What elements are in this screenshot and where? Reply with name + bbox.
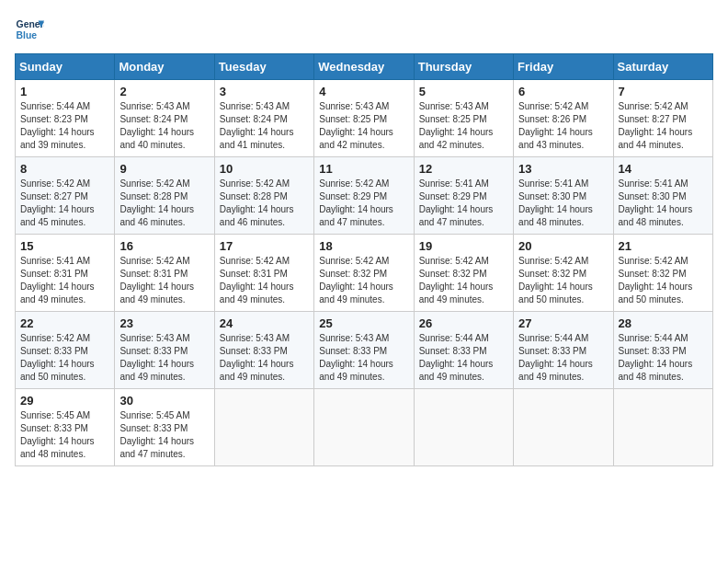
day-info: Sunrise: 5:45 AMSunset: 8:33 PMDaylight:… (119, 409, 209, 461)
calendar-table: SundayMondayTuesdayWednesdayThursdayFrid… (15, 53, 713, 466)
calendar-cell: 17Sunrise: 5:42 AMSunset: 8:31 PMDayligh… (214, 235, 313, 312)
calendar-cell: 24Sunrise: 5:43 AMSunset: 8:33 PMDayligh… (214, 312, 313, 389)
day-number: 22 (20, 316, 109, 330)
day-number: 20 (518, 239, 608, 253)
day-number: 15 (20, 239, 109, 253)
day-number: 30 (119, 394, 209, 408)
day-info: Sunrise: 5:44 AMSunset: 8:33 PMDaylight:… (419, 332, 508, 384)
day-number: 14 (619, 162, 708, 176)
calendar-cell: 13Sunrise: 5:41 AMSunset: 8:30 PMDayligh… (514, 157, 613, 235)
day-info: Sunrise: 5:41 AMSunset: 8:30 PMDaylight:… (518, 178, 608, 229)
day-info: Sunrise: 5:43 AMSunset: 8:25 PMDaylight:… (419, 100, 508, 152)
calendar-cell: 27Sunrise: 5:44 AMSunset: 8:33 PMDayligh… (514, 312, 613, 389)
day-info: Sunrise: 5:43 AMSunset: 8:33 PMDaylight:… (119, 332, 209, 384)
calendar-cell: 14Sunrise: 5:41 AMSunset: 8:30 PMDayligh… (613, 157, 712, 235)
day-info: Sunrise: 5:42 AMSunset: 8:28 PMDaylight:… (119, 178, 209, 229)
day-number: 12 (419, 162, 508, 176)
weekday-header-thursday: Thursday (414, 54, 513, 80)
calendar-cell: 4Sunrise: 5:43 AMSunset: 8:25 PMDaylight… (314, 80, 414, 157)
weekday-header-monday: Monday (115, 54, 214, 80)
calendar-cell: 25Sunrise: 5:43 AMSunset: 8:33 PMDayligh… (314, 312, 414, 389)
day-info: Sunrise: 5:42 AMSunset: 8:32 PMDaylight:… (619, 255, 708, 306)
day-info: Sunrise: 5:41 AMSunset: 8:29 PMDaylight:… (419, 178, 508, 229)
weekday-header-friday: Friday (514, 54, 613, 80)
day-info: Sunrise: 5:42 AMSunset: 8:27 PMDaylight:… (20, 178, 109, 229)
day-info: Sunrise: 5:42 AMSunset: 8:31 PMDaylight:… (119, 255, 209, 306)
day-number: 3 (220, 85, 309, 98)
calendar-cell (314, 389, 414, 466)
calendar-cell: 10Sunrise: 5:42 AMSunset: 8:28 PMDayligh… (214, 157, 313, 235)
day-number: 13 (518, 162, 608, 176)
day-info: Sunrise: 5:42 AMSunset: 8:32 PMDaylight:… (518, 255, 608, 306)
day-number: 26 (419, 316, 508, 330)
day-number: 9 (119, 162, 209, 176)
weekday-header-sunday: Sunday (16, 54, 115, 80)
calendar-cell: 5Sunrise: 5:43 AMSunset: 8:25 PMDaylight… (414, 80, 513, 157)
day-number: 16 (119, 239, 209, 253)
day-number: 21 (619, 239, 708, 253)
calendar-cell: 11Sunrise: 5:42 AMSunset: 8:29 PMDayligh… (314, 157, 414, 235)
weekday-header-wednesday: Wednesday (314, 54, 414, 80)
weekday-header-tuesday: Tuesday (214, 54, 313, 80)
day-info: Sunrise: 5:42 AMSunset: 8:33 PMDaylight:… (20, 332, 109, 384)
day-info: Sunrise: 5:41 AMSunset: 8:30 PMDaylight:… (619, 178, 708, 229)
calendar-cell: 28Sunrise: 5:44 AMSunset: 8:33 PMDayligh… (613, 312, 712, 389)
calendar-cell (514, 389, 613, 466)
calendar-cell: 18Sunrise: 5:42 AMSunset: 8:32 PMDayligh… (314, 235, 414, 312)
day-number: 8 (20, 162, 109, 176)
calendar-cell: 8Sunrise: 5:42 AMSunset: 8:27 PMDaylight… (16, 157, 115, 235)
svg-text:Blue: Blue (17, 30, 38, 40)
day-number: 5 (419, 85, 508, 98)
calendar-cell: 26Sunrise: 5:44 AMSunset: 8:33 PMDayligh… (414, 312, 513, 389)
calendar-cell: 7Sunrise: 5:42 AMSunset: 8:27 PMDaylight… (613, 80, 712, 157)
calendar-cell: 12Sunrise: 5:41 AMSunset: 8:29 PMDayligh… (414, 157, 513, 235)
calendar-cell: 3Sunrise: 5:43 AMSunset: 8:24 PMDaylight… (214, 80, 313, 157)
calendar-cell: 30Sunrise: 5:45 AMSunset: 8:33 PMDayligh… (115, 389, 214, 466)
day-number: 24 (220, 316, 309, 330)
day-info: Sunrise: 5:43 AMSunset: 8:33 PMDaylight:… (319, 332, 408, 384)
calendar-week-row: 1Sunrise: 5:44 AMSunset: 8:23 PMDaylight… (16, 80, 713, 157)
day-number: 11 (319, 162, 408, 176)
calendar-cell: 19Sunrise: 5:42 AMSunset: 8:32 PMDayligh… (414, 235, 513, 312)
day-info: Sunrise: 5:41 AMSunset: 8:31 PMDaylight:… (20, 255, 109, 306)
day-info: Sunrise: 5:44 AMSunset: 8:33 PMDaylight:… (619, 332, 708, 384)
calendar-cell: 22Sunrise: 5:42 AMSunset: 8:33 PMDayligh… (16, 312, 115, 389)
weekday-header-row: SundayMondayTuesdayWednesdayThursdayFrid… (16, 54, 713, 80)
day-number: 7 (619, 85, 708, 98)
day-info: Sunrise: 5:44 AMSunset: 8:23 PMDaylight:… (20, 100, 109, 152)
day-info: Sunrise: 5:43 AMSunset: 8:24 PMDaylight:… (119, 100, 209, 152)
day-number: 25 (319, 316, 408, 330)
day-number: 19 (419, 239, 508, 253)
day-number: 27 (518, 316, 608, 330)
day-number: 1 (20, 85, 109, 98)
calendar-body: 1Sunrise: 5:44 AMSunset: 8:23 PMDaylight… (16, 80, 713, 466)
calendar-cell: 1Sunrise: 5:44 AMSunset: 8:23 PMDaylight… (16, 80, 115, 157)
day-info: Sunrise: 5:42 AMSunset: 8:26 PMDaylight:… (518, 100, 608, 152)
day-number: 29 (20, 394, 109, 408)
calendar-cell: 9Sunrise: 5:42 AMSunset: 8:28 PMDaylight… (115, 157, 214, 235)
calendar-cell: 2Sunrise: 5:43 AMSunset: 8:24 PMDaylight… (115, 80, 214, 157)
calendar-cell (214, 389, 313, 466)
calendar-week-row: 15Sunrise: 5:41 AMSunset: 8:31 PMDayligh… (16, 235, 713, 312)
day-info: Sunrise: 5:42 AMSunset: 8:29 PMDaylight:… (319, 178, 408, 229)
day-number: 6 (518, 85, 608, 98)
day-info: Sunrise: 5:44 AMSunset: 8:33 PMDaylight:… (518, 332, 608, 384)
day-info: Sunrise: 5:45 AMSunset: 8:33 PMDaylight:… (20, 409, 109, 461)
day-number: 18 (319, 239, 408, 253)
day-number: 23 (119, 316, 209, 330)
calendar-week-row: 8Sunrise: 5:42 AMSunset: 8:27 PMDaylight… (16, 157, 713, 235)
day-number: 4 (319, 85, 408, 98)
calendar-cell: 23Sunrise: 5:43 AMSunset: 8:33 PMDayligh… (115, 312, 214, 389)
logo: General Blue (15, 15, 48, 44)
day-number: 2 (119, 85, 209, 98)
calendar-cell: 21Sunrise: 5:42 AMSunset: 8:32 PMDayligh… (613, 235, 712, 312)
calendar-cell (613, 389, 712, 466)
day-info: Sunrise: 5:42 AMSunset: 8:28 PMDaylight:… (220, 178, 309, 229)
calendar-cell: 15Sunrise: 5:41 AMSunset: 8:31 PMDayligh… (16, 235, 115, 312)
day-info: Sunrise: 5:43 AMSunset: 8:24 PMDaylight:… (220, 100, 309, 152)
weekday-header-saturday: Saturday (613, 54, 712, 80)
calendar-cell: 29Sunrise: 5:45 AMSunset: 8:33 PMDayligh… (16, 389, 115, 466)
calendar-cell: 16Sunrise: 5:42 AMSunset: 8:31 PMDayligh… (115, 235, 214, 312)
calendar-cell: 6Sunrise: 5:42 AMSunset: 8:26 PMDaylight… (514, 80, 613, 157)
day-number: 28 (619, 316, 708, 330)
